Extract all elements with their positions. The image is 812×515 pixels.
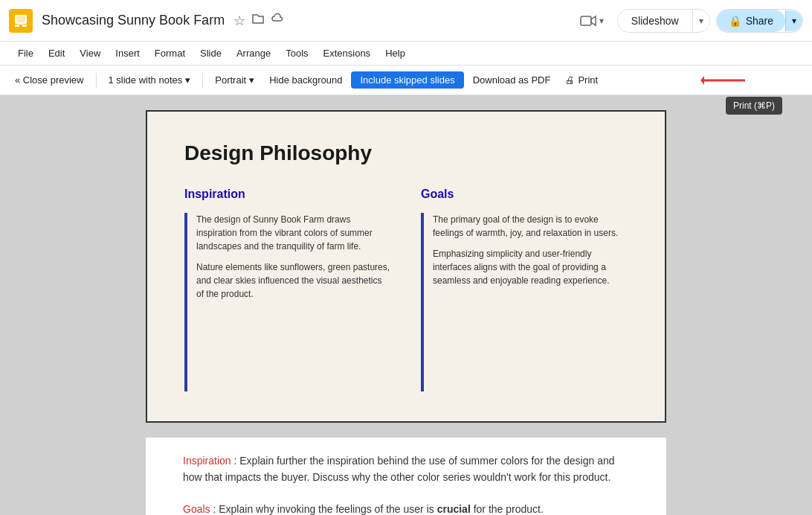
slideshow-dropdown-button[interactable]: ▾: [692, 10, 709, 31]
slideshow-group: Slideshow ▾: [617, 9, 710, 33]
portrait-select[interactable]: Portrait ▾: [209, 71, 260, 89]
menu-file[interactable]: File: [12, 45, 39, 62]
cloud-icon[interactable]: [271, 12, 284, 29]
video-button[interactable]: ▾: [573, 10, 611, 32]
right-blue-bar: [421, 213, 424, 391]
right-para1: The primary goal of the design is to evo…: [433, 213, 628, 240]
slide: Design Philosophy Inspiration The design…: [146, 110, 666, 423]
portrait-label: Portrait: [215, 74, 246, 86]
slides-dropdown-icon: ▾: [185, 74, 190, 86]
svg-rect-3: [22, 25, 27, 27]
print-button[interactable]: 🖨 Print: [559, 71, 604, 89]
note-goals-bold: crucial: [437, 503, 471, 515]
left-heading: Inspiration: [184, 188, 391, 201]
share-dropdown-button[interactable]: ▾: [785, 10, 802, 31]
svg-marker-7: [700, 76, 704, 85]
svg-rect-2: [15, 25, 19, 27]
svg-rect-4: [19, 24, 23, 25]
menu-bar: File Edit View Insert Format Slide Arran…: [0, 42, 812, 65]
main-area: Design Philosophy Inspiration The design…: [0, 95, 812, 515]
portrait-dropdown-icon: ▾: [249, 74, 254, 86]
menu-view[interactable]: View: [74, 45, 106, 62]
close-preview-button[interactable]: « Close preview: [9, 71, 90, 89]
document-title: Showcasing Sunny Book Farm: [42, 13, 225, 28]
preview-bar: « Close preview 1 slide with notes ▾ Por…: [0, 65, 812, 95]
note-goals-label: Goals: [183, 503, 210, 515]
note-inspiration-label: Inspiration: [183, 455, 231, 467]
divider-1: [96, 73, 97, 88]
hide-background-button[interactable]: Hide background: [263, 71, 348, 89]
menu-extensions[interactable]: Extensions: [318, 45, 377, 62]
share-button[interactable]: 🔒 Share: [717, 10, 785, 32]
right-text: The primary goal of the design is to evo…: [433, 213, 628, 391]
left-para1: The design of Sunny Book Farm draws insp…: [196, 213, 391, 253]
left-content: The design of Sunny Book Farm draws insp…: [184, 213, 391, 391]
slide-col-left: Inspiration The design of Sunny Book Far…: [184, 188, 391, 391]
print-tooltip: Print (⌘P): [726, 97, 782, 115]
left-para2: Nature elements like sunflowers, green p…: [196, 260, 391, 301]
title-icons: ☆: [233, 12, 284, 29]
arrow-annotation: [700, 71, 753, 89]
slides-select[interactable]: 1 slide with notes ▾: [103, 71, 197, 89]
video-dropdown[interactable]: ▾: [599, 16, 604, 26]
menu-slide[interactable]: Slide: [194, 45, 228, 62]
divider-2: [202, 73, 203, 88]
note-goals-text-before: : Explain why invoking the feelings of t…: [213, 503, 436, 515]
note-goals-text-after: for the product.: [471, 503, 544, 515]
download-pdf-button[interactable]: Download as PDF: [467, 71, 557, 89]
slides-option-label: 1 slide with notes: [109, 74, 183, 86]
left-text: The design of Sunny Book Farm draws insp…: [196, 213, 391, 391]
menu-insert[interactable]: Insert: [109, 45, 146, 62]
menu-arrange[interactable]: Arrange: [231, 45, 277, 62]
right-content: The primary goal of the design is to evo…: [421, 213, 628, 391]
note-goals: Goals : Explain why invoking the feeling…: [183, 501, 629, 515]
menu-edit[interactable]: Edit: [42, 45, 71, 62]
lock-icon: 🔒: [729, 15, 741, 27]
notes-area: Inspiration : Explain further the inspir…: [146, 438, 666, 515]
svg-rect-1: [16, 16, 25, 22]
include-skipped-button[interactable]: Include skipped slides: [351, 71, 463, 89]
print-icon: 🖨: [565, 74, 575, 86]
left-blue-bar: [184, 213, 187, 391]
note-inspiration-text: : Explain further the inspiration behind…: [183, 455, 615, 483]
print-label: Print: [578, 74, 598, 86]
share-label: Share: [746, 15, 773, 27]
menu-help[interactable]: Help: [379, 45, 411, 62]
right-heading: Goals: [421, 188, 628, 201]
app-icon: [9, 9, 33, 33]
slide-title: Design Philosophy: [184, 141, 628, 165]
right-para2: Emphasizing simplicity and user-friendly…: [433, 247, 628, 287]
menu-format[interactable]: Format: [149, 45, 191, 62]
folder-icon[interactable]: [251, 12, 265, 29]
star-icon[interactable]: ☆: [233, 13, 245, 29]
slide-columns: Inspiration The design of Sunny Book Far…: [184, 188, 628, 391]
note-inspiration: Inspiration : Explain further the inspir…: [183, 452, 629, 486]
slideshow-button[interactable]: Slideshow: [618, 10, 692, 32]
close-preview-label: « Close preview: [15, 74, 84, 86]
top-bar: Showcasing Sunny Book Farm ☆ ▾ Slideshow…: [0, 0, 812, 42]
slide-col-right: Goals The primary goal of the design is …: [421, 188, 628, 391]
svg-rect-5: [581, 16, 591, 25]
share-group: 🔒 Share ▾: [716, 9, 803, 33]
menu-tools[interactable]: Tools: [280, 45, 314, 62]
